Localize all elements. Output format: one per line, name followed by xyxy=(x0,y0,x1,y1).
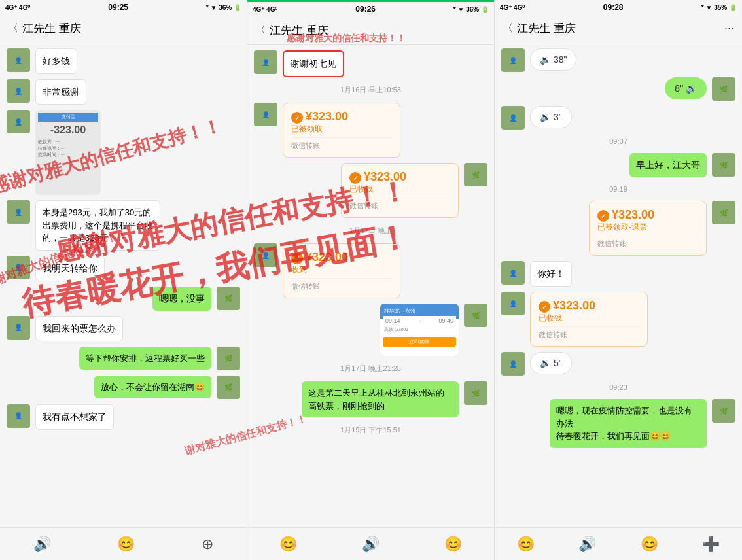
avatar: 🌿 xyxy=(712,153,735,177)
back-button-3[interactable]: 〈 xyxy=(503,22,513,35)
avatar: 👤 xyxy=(254,243,277,267)
msg-row: 👤 本身是293元，我加了30元的出票费用，这个是携程平台收的，一共是323元 xyxy=(7,200,240,251)
avatar: 👤 xyxy=(7,256,30,279)
timestamp: 1月17日 晚上 xyxy=(254,226,487,236)
emoji-icon[interactable]: 😊 xyxy=(117,536,135,553)
time-3: 09:28 xyxy=(603,3,624,12)
avatar: 👤 xyxy=(501,261,525,285)
status-bar-3: 4G⁺ 4G⁰ 09:28 * ▼ 35% 🔋 xyxy=(495,0,742,14)
status-bar-2: 4G⁺ 4G⁰ 09:26 * ▼ 36% 🔋 xyxy=(247,2,494,16)
signal-info-3: 4G⁺ 4G⁰ xyxy=(500,4,525,11)
emoji-icon[interactable]: 😊 xyxy=(279,536,297,553)
avatar: 👤 xyxy=(254,103,277,126)
bubble: 嗯嗯，没事 xyxy=(152,287,211,311)
back-button-2[interactable]: 〈 xyxy=(255,24,266,37)
avatar: 🌿 xyxy=(217,287,240,310)
emoji-icon-2[interactable]: 😊 xyxy=(444,536,462,553)
avatar: 🌿 xyxy=(464,381,487,405)
signal-info-2: 4G⁺ 4G⁰ xyxy=(253,6,277,13)
transfer-card: ✓¥323.00 已被领取 微信转账 xyxy=(283,103,400,158)
msg-row: 🌿 桂林北→永州 09:14→09:40 高铁 G7801 立即购票 xyxy=(254,304,487,356)
more-icon[interactable]: ⊕ xyxy=(202,536,213,553)
status-bar-1: 4G⁺ 4G⁰ 09:25 * ▼ 36% 🔋 xyxy=(0,0,247,14)
voice-icon[interactable]: 🔊 xyxy=(362,536,380,553)
bubble: 放心，不会让你留在湖南😄 xyxy=(94,376,211,399)
back-button-1[interactable]: 〈 xyxy=(8,22,18,35)
status-icons-3: * ▼ 35% 🔋 xyxy=(701,4,737,11)
add-icon[interactable]: ➕ xyxy=(702,536,720,553)
chat-title-3: 江先生 重庆 xyxy=(517,21,576,36)
chat-header-1: 〈 江先生 重庆 xyxy=(0,14,247,43)
msg-row: 🌿 这是第二天早上从桂林北到永州站的高铁票，刚刚抢到的 xyxy=(254,381,487,417)
msg-row: 👤 🔉 3" xyxy=(501,106,735,130)
msg-row: 🌿 嗯嗯，现在疫情防控需要，也是没有办法待春暖花开，我们再见面😄😄 xyxy=(501,399,735,448)
msg-row: 👤 你好！ xyxy=(501,261,735,287)
msg-row: 👤 支付宝 -323.00 收款方：···转账说明：···交易时间：··· xyxy=(7,110,240,195)
emoji-icon[interactable]: 😊 xyxy=(517,536,535,553)
emoji-icon-2[interactable]: 😊 xyxy=(641,536,658,553)
avatar: 👤 xyxy=(254,50,277,74)
avatar: 👤 xyxy=(7,404,30,428)
avatar: 👤 xyxy=(7,48,30,72)
avatar: 🌿 xyxy=(712,201,735,224)
chat-title-1: 江先生 重庆 xyxy=(22,21,81,36)
chat-header-3: 〈 江先生 重庆 ··· xyxy=(495,14,742,43)
voice-bubble[interactable]: 8" 🔉 xyxy=(665,77,707,99)
msg-row: 👤 🔉 5" xyxy=(501,352,735,376)
msg-row: 🌿 嗯嗯，没事 xyxy=(7,287,240,311)
avatar: 🌿 xyxy=(712,399,735,423)
avatar: 👤 xyxy=(501,48,525,72)
signal-info-1: 4G⁺ 4G⁰ xyxy=(5,4,30,11)
panel-2: 4G⁺ 4G⁰ 09:26 * ▼ 36% 🔋 〈 江先生 重庆 👤 谢谢初七见… xyxy=(247,0,495,560)
voice-bubble[interactable]: 🔉 5" xyxy=(530,352,572,374)
avatar: 🌿 xyxy=(464,163,487,186)
msg-row: 🌿 ✓¥323.00 已收钱 微信转账 xyxy=(254,163,487,218)
status-icons-2: * ▼ 36% 🔋 xyxy=(453,6,489,13)
time-1: 09:25 xyxy=(108,3,128,12)
transfer-card: ✓¥323.00 已收钱 微信转账 xyxy=(341,163,459,218)
screenshot-card: 支付宝 -323.00 收款方：···转账说明：···交易时间：··· xyxy=(35,110,101,195)
timestamp: 1月16日 早上10:53 xyxy=(254,85,487,95)
msg-row: 👤 我有点不想家了 xyxy=(7,404,240,430)
menu-button-3[interactable]: ··· xyxy=(724,22,734,35)
chat-body-2: 👤 谢谢初七见 1月16日 早上10:53 👤 ✓¥323.00 已被领取 微信… xyxy=(247,45,494,527)
voice-icon[interactable]: 🔊 xyxy=(33,536,51,553)
bubble: 等下帮你安排，返程票好买一些 xyxy=(79,347,211,370)
bubble: 我有点不想家了 xyxy=(35,404,114,430)
voice-bubble[interactable]: 🔉 3" xyxy=(530,106,572,128)
msg-row: 👤 ✓¥323.00 已被领取 微信转账 xyxy=(254,103,487,158)
avatar: 🌿 xyxy=(217,347,240,370)
msg-row: 🌿 ✓¥323.00 已被领取-退票 微信转账 xyxy=(501,201,735,256)
timestamp: 09:07 xyxy=(501,137,735,145)
bubble: 嗯嗯，现在疫情防控需要，也是没有办法待春暖花开，我们再见面😄😄 xyxy=(550,399,707,448)
transfer-card: ✓¥323.00 已收钱 微信转账 xyxy=(530,292,648,347)
chat-body-1: 👤 好多钱 👤 非常感谢 👤 支付宝 -323.00 收款方：···转账说明：·… xyxy=(0,43,247,527)
bubble: 我明天转给你 xyxy=(35,256,105,281)
voice-icon[interactable]: 🔊 xyxy=(578,536,596,553)
bubble: 本身是293元，我加了30元的出票费用，这个是携程平台收的，一共是323元 xyxy=(35,200,160,251)
transfer-card: ✓¥323.00 收到 微信转账 xyxy=(283,243,400,298)
avatar: 🌿 xyxy=(712,77,735,101)
avatar: 👤 xyxy=(7,79,30,103)
msg-row: 👤 ✓¥323.00 收到 微信转账 xyxy=(254,243,487,298)
msg-row: 🌿 8" 🔉 xyxy=(501,77,735,101)
bubble: 好多钱 xyxy=(35,48,77,74)
chat-header-2: 〈 江先生 重庆 xyxy=(247,16,494,45)
msg-row: 👤 非常感谢 xyxy=(7,79,240,105)
chat-bottom-2: 😊 🔊 😊 xyxy=(247,527,494,560)
voice-bubble[interactable]: 🔉 38" xyxy=(530,48,576,71)
transfer-card: ✓¥323.00 已被领取-退票 微信转账 xyxy=(589,201,707,256)
bubble: 这是第二天早上从桂林北到永州站的高铁票，刚刚抢到的 xyxy=(302,381,459,417)
msg-row: 👤 我回来的票怎么办 xyxy=(7,316,240,341)
chat-title-2: 江先生 重庆 xyxy=(270,23,328,38)
msg-row: 👤 好多钱 xyxy=(7,48,240,74)
avatar: 👤 xyxy=(501,292,525,315)
timestamp: 1月17日 晚上21:28 xyxy=(254,364,487,374)
chat-bottom-3: 😊 🔊 😊 ➕ xyxy=(495,527,742,560)
chat-body-3: 👤 🔉 38" 🌿 8" 🔉 👤 🔉 3" 09:07 🌿 早上好，江大哥 09… xyxy=(495,43,742,527)
avatar: 👤 xyxy=(7,316,30,340)
timestamp: 09:19 xyxy=(501,185,735,193)
msg-row: 👤 ✓¥323.00 已收钱 微信转账 xyxy=(501,292,735,347)
msg-row: 👤 我明天转给你 xyxy=(7,256,240,281)
msg-row: 🌿 放心，不会让你留在湖南😄 xyxy=(7,376,240,399)
